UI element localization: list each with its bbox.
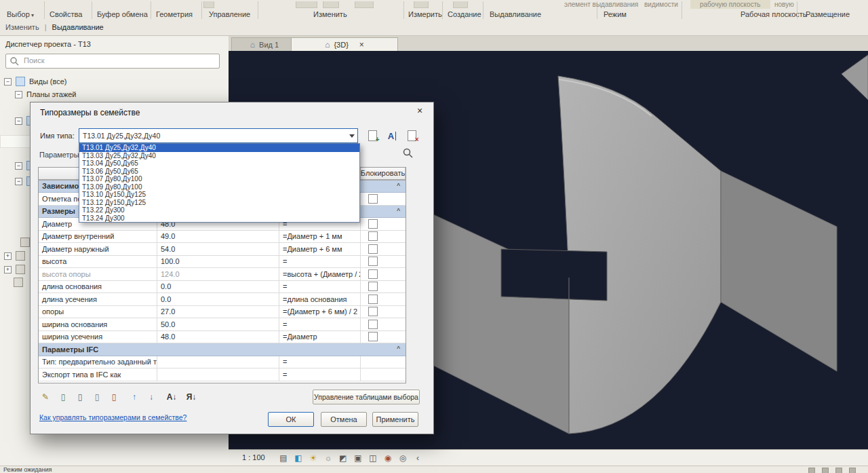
view-tab-label[interactable]: Вид 1 (259, 41, 279, 49)
delete-type-button[interactable]: × (404, 128, 419, 143)
view-tab-1[interactable]: ⌂ Вид 1 (231, 37, 298, 51)
tree-item-stub[interactable] (16, 236, 30, 248)
lock-checkbox[interactable] (368, 282, 378, 291)
ok-button[interactable]: ОК (268, 412, 314, 427)
parameter-value-cell[interactable]: 0.0 (157, 281, 279, 293)
type-name-combobox[interactable]: Т13.01 Ду25,Ду32,Ду40 (79, 128, 358, 143)
parameter-value-cell[interactable]: 27.0 (157, 306, 279, 318)
shadows-icon[interactable]: ◩ (337, 452, 349, 464)
view-tab-3d[interactable]: ⌂ {3D} × (291, 37, 398, 51)
detail-level-icon[interactable]: ▤ (277, 452, 290, 464)
new-type-button[interactable]: + (365, 128, 380, 143)
move-up-icon[interactable]: ↑ (127, 390, 142, 404)
parameter-formula-cell[interactable]: = (279, 256, 361, 268)
lock-checkbox[interactable] (368, 269, 378, 279)
parameter-formula-cell[interactable]: = (279, 318, 361, 330)
parameter-value-cell[interactable] (157, 368, 279, 381)
parameter-formula-cell[interactable]: =Диаметр + 1 мм (279, 231, 361, 243)
chevron-down-icon[interactable] (349, 134, 355, 138)
parameter-formula-cell[interactable]: =Диаметр (279, 331, 361, 343)
temporary-hide-icon[interactable]: ◎ (397, 452, 409, 464)
type-option[interactable]: Т13.10 Ду150,Ду125 (79, 191, 359, 199)
lock-checkbox[interactable] (368, 257, 378, 266)
cancel-button[interactable]: Отмена (321, 412, 367, 427)
lock-checkbox[interactable] (368, 320, 378, 329)
crop-view-icon[interactable]: ▣ (352, 452, 364, 464)
type-option[interactable]: Т13.01 Ду25,Ду32,Ду40 (79, 144, 359, 152)
parameter-value-cell[interactable]: 124.0 (157, 268, 279, 280)
lock-checkbox[interactable] (368, 244, 378, 254)
search-icon[interactable] (402, 147, 413, 159)
parameter-value-cell[interactable] (157, 356, 279, 368)
parameter-value-cell[interactable]: 0.0 (157, 293, 279, 305)
type-option[interactable]: Т13.06 Ду50,Ду65 (79, 168, 359, 176)
sidebar-item-floor-plans[interactable]: − Планы этажей (15, 88, 77, 100)
parameter-formula-cell[interactable]: = (279, 281, 361, 293)
tree-item-label[interactable]: Виды (все) (29, 77, 67, 86)
new-parameter-icon[interactable]: ▯ (56, 390, 71, 404)
rename-type-button[interactable]: A (384, 128, 399, 143)
delete-parameter-icon[interactable]: ▯ (106, 390, 121, 404)
apply-button[interactable]: Применить (372, 412, 418, 427)
view-scale[interactable]: 1 : 100 (242, 453, 265, 461)
type-option[interactable]: Т13.03 Ду25,Ду32,Ду40 (79, 152, 359, 160)
help-link[interactable]: Как управлять типоразмерами в семействе? (39, 413, 186, 421)
type-option[interactable]: Т13.04 Ду50,Ду65 (79, 159, 359, 168)
expander-icon[interactable]: − (15, 178, 22, 185)
collapse-section-icon[interactable]: ^ (397, 181, 400, 193)
close-tab-icon[interactable]: × (359, 40, 364, 50)
parameter-formula-cell[interactable]: =Диаметр + 6 мм (279, 243, 361, 255)
parameter-value-cell[interactable]: 49.0 (157, 231, 279, 243)
expander-icon[interactable]: − (15, 91, 22, 98)
expander-icon[interactable]: + (4, 266, 12, 273)
view-tab-label[interactable]: {3D} (334, 41, 348, 49)
select-toggle-icon[interactable] (849, 468, 856, 473)
parameter-formula-cell[interactable]: =длина основания (279, 293, 361, 305)
type-option[interactable]: Т13.09 Ду80,Ду100 (79, 183, 359, 191)
collapse-section-icon[interactable]: ^ (397, 343, 400, 356)
crop-visibility-icon[interactable]: ◫ (367, 452, 379, 464)
close-icon[interactable]: × (412, 105, 428, 117)
lock-checkbox[interactable] (368, 219, 378, 229)
type-option[interactable]: Т13.07 Ду80,Ду100 (79, 175, 359, 183)
sun-settings-icon[interactable]: ☼ (322, 452, 334, 464)
reveal-hidden-icon[interactable]: ◉ (382, 452, 394, 464)
tree-item-stub[interactable]: + (4, 250, 25, 262)
collapse-section-icon[interactable]: ^ (397, 206, 400, 218)
sun-path-icon[interactable]: ☀ (307, 452, 319, 464)
parameter-formula-cell[interactable]: =(Диаметр + 6 мм) / 2 (279, 306, 361, 318)
parameter-value-cell[interactable]: 48.0 (157, 331, 279, 343)
expander-icon[interactable]: + (4, 252, 12, 260)
move-down-icon[interactable]: ↓ (144, 390, 159, 404)
lock-checkbox[interactable] (368, 295, 378, 304)
sidebar-item-views[interactable]: − Виды (все) (4, 75, 67, 88)
column-header[interactable]: Блокировать (361, 168, 406, 180)
copy-parameter-icon[interactable]: ▯ (73, 390, 87, 404)
search-input[interactable]: Поиск (5, 54, 220, 69)
lock-checkbox[interactable] (368, 194, 378, 204)
parameter-value-cell[interactable]: 54.0 (157, 243, 279, 255)
type-option[interactable]: Т13.24 Ду300 (79, 214, 359, 223)
section-header-row[interactable]: Параметры IFC^ (39, 343, 406, 356)
visual-style-icon[interactable]: ◧ (292, 452, 304, 464)
collapse-bar-icon[interactable]: ‹ (412, 452, 424, 464)
lock-checkbox[interactable] (368, 231, 378, 241)
parameter-formula-cell[interactable]: = (279, 356, 361, 368)
parameter-value-cell[interactable]: 100.0 (157, 256, 279, 268)
filter-icon[interactable] (808, 468, 815, 473)
sort-descending-icon[interactable]: Я↓ (184, 390, 199, 404)
tree-item-label[interactable]: Планы этажей (26, 90, 77, 98)
lock-checkbox[interactable] (368, 307, 378, 316)
edit-parameter-icon[interactable]: ✎ (38, 390, 53, 404)
type-option[interactable]: Т13.12 Ду150,Ду125 (79, 199, 359, 207)
select-toggle-icon[interactable] (835, 468, 842, 473)
expander-icon[interactable]: − (15, 162, 22, 170)
select-toggle-icon[interactable] (822, 468, 829, 473)
parameter-formula-cell[interactable]: = (279, 368, 361, 381)
expander-icon[interactable]: − (15, 117, 22, 125)
expander-icon[interactable]: − (4, 78, 12, 86)
tree-item-stub[interactable]: + (4, 263, 25, 276)
lock-checkbox[interactable] (368, 332, 378, 341)
ribbon-panel-label[interactable]: Выбор ▾ (7, 10, 34, 18)
rename-parameter-icon[interactable]: ▯ (90, 390, 104, 404)
